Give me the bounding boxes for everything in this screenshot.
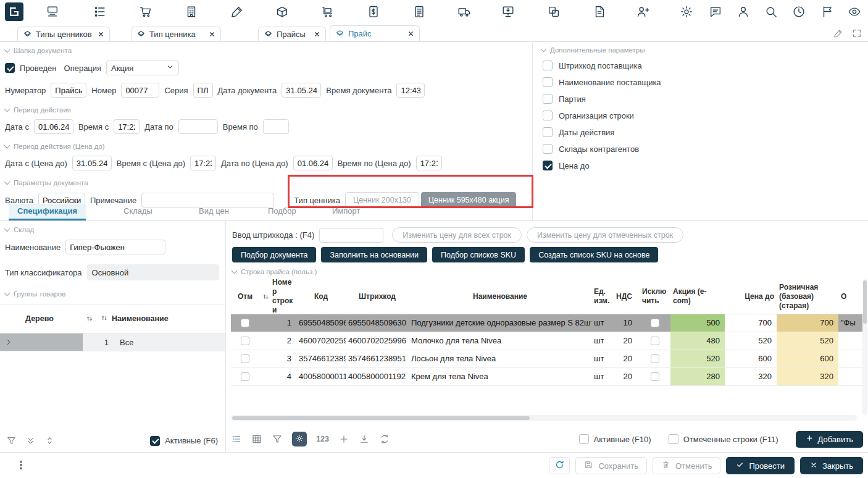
col-tree[interactable]: Дерево	[0, 314, 79, 323]
col-header-3[interactable]: Код	[296, 292, 346, 301]
col-header-5[interactable]: Наименование	[409, 292, 591, 301]
param-checkbox[interactable]	[543, 144, 553, 154]
table-row[interactable]: 169550485096306955048509630Подгузники де…	[231, 314, 867, 332]
truck-icon[interactable]	[457, 5, 471, 19]
exclude-checkbox[interactable]	[651, 319, 659, 327]
shopping-cart-icon[interactable]	[139, 5, 152, 19]
copy-switch-icon[interactable]	[547, 5, 561, 19]
user-icon[interactable]	[737, 5, 750, 19]
tab-close-icon[interactable]	[209, 31, 215, 38]
section-price-rows[interactable]: Строка прайса (польз.)	[232, 268, 317, 275]
signature-icon[interactable]	[230, 5, 244, 19]
date-to-input[interactable]	[178, 119, 218, 134]
sidebar-active-checkbox[interactable]	[150, 436, 160, 446]
row-checkbox[interactable]	[241, 319, 249, 327]
doc-time-input[interactable]	[396, 83, 425, 98]
col-header-7[interactable]: НДС	[614, 292, 640, 301]
fill-on-base-button[interactable]: Заполнить на основании	[321, 247, 427, 262]
section-groups[interactable]: Группы товаров	[5, 290, 225, 298]
time-from-input[interactable]	[114, 119, 140, 134]
date-from-input[interactable]	[34, 119, 73, 134]
table-row[interactable]: 335746612389513574661238951Лосьон для те…	[231, 350, 867, 368]
doc-tab-5[interactable]: Импорт	[323, 204, 369, 220]
pd-date-to-input[interactable]	[293, 156, 333, 170]
sort-toggle-icon[interactable]	[44, 435, 55, 446]
tab-close-icon[interactable]	[98, 31, 104, 38]
gear-icon[interactable]	[680, 5, 693, 19]
fullscreen-icon[interactable]	[852, 28, 862, 40]
row-checkbox[interactable]	[241, 354, 249, 363]
col-header-4[interactable]: Штрихкод	[346, 292, 409, 301]
section-doc-header[interactable]: Шапка документа	[5, 47, 531, 54]
tab-2[interactable]: Тип ценника	[131, 27, 221, 41]
footer-active-checkbox[interactable]	[579, 434, 589, 444]
refresh-rows-icon[interactable]	[379, 434, 390, 445]
refresh-button[interactable]	[549, 457, 570, 474]
table-settings-button[interactable]	[292, 432, 307, 447]
param-checkbox[interactable]	[543, 111, 553, 120]
exclude-checkbox[interactable]	[651, 354, 659, 363]
doc-tab-1[interactable]: Спецификация	[9, 204, 86, 220]
save-button[interactable]: Сохранить	[575, 457, 647, 474]
param-checkbox[interactable]	[543, 94, 553, 104]
barcode-input[interactable]	[319, 228, 383, 243]
pos-terminal-icon[interactable]	[46, 5, 59, 19]
close-button[interactable]: Закрыть	[800, 457, 863, 474]
list-view-icon[interactable]	[231, 434, 242, 445]
col-header-11[interactable]: Розничная (базовая) (старая)	[777, 283, 838, 311]
add-row-icon[interactable]	[338, 434, 349, 445]
filter-icon[interactable]	[272, 434, 283, 445]
numerator-input[interactable]	[51, 83, 86, 98]
document-icon[interactable]	[593, 5, 606, 19]
section-additional-params[interactable]: Дополнительные параметры	[541, 46, 868, 54]
section-warehouse[interactable]: Склад	[5, 226, 225, 233]
sort-icon[interactable]	[79, 314, 100, 323]
filter-icon[interactable]	[6, 435, 17, 446]
row-checkbox[interactable]	[241, 372, 249, 381]
doc-date-input[interactable]	[282, 83, 321, 98]
app-logo[interactable]	[5, 2, 23, 21]
change-price-all-button[interactable]: Изменить цену для всех строк	[392, 227, 522, 243]
param-checkbox[interactable]	[543, 77, 553, 87]
tab-1[interactable]: Типы ценников	[17, 27, 110, 41]
user-add-icon[interactable]	[636, 5, 649, 19]
group-row[interactable]: 1Все	[0, 333, 225, 351]
doc-tab-2[interactable]: Склады	[115, 204, 161, 220]
section-doc-params[interactable]: Параметры документа	[5, 179, 531, 187]
trolley-icon[interactable]	[321, 5, 335, 19]
series-input[interactable]	[193, 83, 213, 98]
post-button[interactable]: Провести	[726, 457, 795, 474]
operation-select[interactable]: Акция	[106, 61, 179, 75]
tab-3[interactable]: Прайсы	[258, 27, 326, 41]
time-to-input[interactable]	[263, 119, 289, 134]
checklist-icon[interactable]	[93, 5, 107, 19]
exclude-checkbox[interactable]	[651, 337, 659, 345]
search-icon[interactable]	[764, 5, 778, 19]
tab-close-icon[interactable]	[314, 31, 320, 38]
flag-icon[interactable]	[820, 5, 834, 19]
section-period[interactable]: Период действия	[5, 106, 531, 114]
package-icon[interactable]	[275, 5, 289, 19]
doc-tab-3[interactable]: Вид цен	[190, 204, 238, 220]
doc-list-icon[interactable]	[412, 5, 426, 19]
cancel-button[interactable]: Отменить	[653, 457, 720, 474]
col-header-1[interactable]: Отм	[231, 292, 259, 301]
table-row[interactable]: 246007020259964600702025996Молочко для т…	[231, 332, 867, 350]
col-header-9[interactable]: Акция (e-com)	[670, 287, 725, 306]
monitor-download-icon[interactable]	[501, 5, 515, 19]
proveden-checkbox[interactable]	[5, 63, 15, 73]
clock-icon[interactable]	[792, 5, 806, 19]
edit-icon[interactable]	[833, 28, 843, 40]
numbering-toggle[interactable]: 123	[316, 435, 329, 443]
table-row[interactable]: 440058000011924005800001192Крем для тела…	[231, 368, 867, 386]
col-name[interactable]: Наименование	[100, 314, 169, 324]
change-price-marked-button[interactable]: Изменить цену для отмеченных строк	[527, 227, 683, 243]
col-header-6[interactable]: Ед. изм.	[591, 287, 614, 306]
add-button[interactable]: Добавить	[796, 431, 863, 448]
param-checkbox[interactable]	[543, 161, 553, 170]
col-header-10[interactable]: Цена до	[725, 292, 777, 301]
pd-date-from-input[interactable]	[72, 156, 112, 170]
param-checkbox[interactable]	[543, 127, 553, 137]
more-actions-icon[interactable]	[15, 459, 27, 471]
tab-close-icon[interactable]	[407, 30, 414, 37]
